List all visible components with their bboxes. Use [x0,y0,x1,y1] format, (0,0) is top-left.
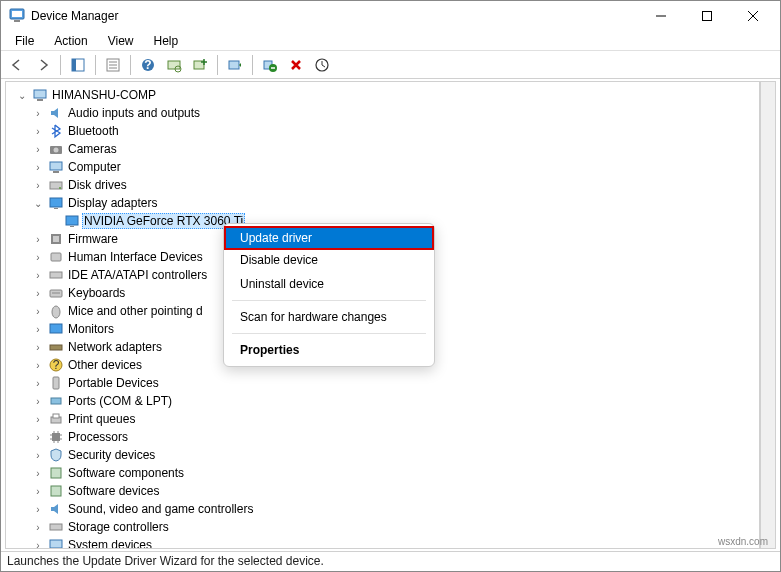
tree-node-ports[interactable]: ›Ports (COM & LPT) [8,392,757,410]
tree-node-audio[interactable]: ›Audio inputs and outputs [8,104,757,122]
expand-icon[interactable]: › [30,357,46,373]
expand-icon[interactable]: › [30,537,46,549]
forward-button[interactable] [31,53,55,77]
svg-rect-36 [51,253,61,261]
tree-root[interactable]: ⌄ HIMANSHU-COMP [8,86,757,104]
tree-node-portable[interactable]: ›Portable Devices [8,374,757,392]
expand-icon[interactable]: › [30,429,46,445]
expand-icon[interactable]: › [30,303,46,319]
menu-properties[interactable]: Properties [224,338,434,362]
menu-view[interactable]: View [100,32,142,50]
svg-rect-42 [50,345,62,350]
menu-update-driver[interactable]: Update driver [224,226,434,250]
portable-icon [48,375,64,391]
tree-node-bluetooth[interactable]: ›Bluetooth [8,122,757,140]
expand-icon[interactable]: › [30,501,46,517]
toolbar-separator [60,55,61,75]
minimize-button[interactable] [638,1,684,31]
tree-root-label: HIMANSHU-COMP [50,88,158,102]
enable-button[interactable] [310,53,334,77]
svg-rect-53 [50,540,62,548]
tree-node-cameras[interactable]: ›Cameras [8,140,757,158]
uninstall-button[interactable] [258,53,282,77]
update-driver-button[interactable] [223,53,247,77]
svg-rect-4 [703,12,712,21]
expand-icon[interactable]: › [30,411,46,427]
tree-node-computer[interactable]: ›Computer [8,158,757,176]
svg-rect-51 [51,486,61,496]
menu-file[interactable]: File [7,32,42,50]
camera-icon [48,141,64,157]
svg-text:?: ? [144,58,151,72]
other-icon: ? [48,357,64,373]
show-hide-console-button[interactable] [66,53,90,77]
svg-rect-18 [229,61,239,69]
display-adapter-icon [64,213,80,229]
expand-icon[interactable]: › [30,249,46,265]
tree-node-processors[interactable]: ›Processors [8,428,757,446]
toolbar: ? [1,51,780,79]
spacer [46,213,62,229]
properties-button[interactable] [101,53,125,77]
expand-icon[interactable]: › [30,321,46,337]
collapse-icon[interactable]: ⌄ [14,87,30,103]
tree-node-security[interactable]: ›Security devices [8,446,757,464]
vertical-scrollbar[interactable] [760,81,776,549]
expand-icon[interactable]: › [30,285,46,301]
svg-rect-33 [70,226,74,227]
menu-scan-hardware[interactable]: Scan for hardware changes [224,305,434,329]
svg-rect-52 [50,524,62,530]
expand-icon[interactable]: › [30,123,46,139]
tree-node-sound[interactable]: ›Sound, video and game controllers [8,500,757,518]
scan-hardware-button[interactable] [162,53,186,77]
expand-icon[interactable]: › [30,393,46,409]
tree-node-softdev[interactable]: ›Software devices [8,482,757,500]
back-button[interactable] [5,53,29,77]
system-icon [48,537,64,549]
network-icon [48,339,64,355]
software-icon [48,483,64,499]
expand-icon[interactable]: › [30,447,46,463]
expand-icon[interactable]: › [30,267,46,283]
tree-node-printq[interactable]: ›Print queues [8,410,757,428]
tree-node-system[interactable]: ›System devices [8,536,757,549]
menu-uninstall-device[interactable]: Uninstall device [224,272,434,296]
svg-rect-31 [54,208,58,209]
svg-rect-32 [66,216,78,225]
expand-icon[interactable]: › [30,159,46,175]
disable-button[interactable] [284,53,308,77]
svg-rect-37 [50,272,62,278]
expand-icon[interactable]: › [30,339,46,355]
help-button[interactable]: ? [136,53,160,77]
storage-icon [48,519,64,535]
menu-bar: File Action View Help [1,31,780,51]
expand-icon[interactable]: › [30,141,46,157]
menu-help[interactable]: Help [146,32,187,50]
close-button[interactable] [730,1,776,31]
tree-node-display[interactable]: ⌄Display adapters [8,194,757,212]
menu-disable-device[interactable]: Disable device [224,248,434,272]
collapse-icon[interactable]: ⌄ [30,195,46,211]
menu-action[interactable]: Action [46,32,95,50]
add-hardware-button[interactable] [188,53,212,77]
security-icon [48,447,64,463]
status-bar: Launches the Update Driver Wizard for th… [1,551,780,571]
expand-icon[interactable]: › [30,105,46,121]
expand-icon[interactable]: › [30,465,46,481]
svg-rect-1 [12,11,22,17]
tree-node-storage[interactable]: ›Storage controllers [8,518,757,536]
expand-icon[interactable]: › [30,177,46,193]
maximize-button[interactable] [684,1,730,31]
expand-icon[interactable]: › [30,483,46,499]
toolbar-separator [130,55,131,75]
svg-text:?: ? [53,358,60,372]
svg-point-25 [54,148,59,153]
svg-rect-49 [52,433,60,441]
expand-icon[interactable]: › [30,519,46,535]
expand-icon[interactable]: › [30,375,46,391]
computer-icon [32,87,48,103]
expand-icon[interactable]: › [30,231,46,247]
tree-node-softcomp[interactable]: ›Software components [8,464,757,482]
mouse-icon [48,303,64,319]
tree-node-disk[interactable]: ›Disk drives [8,176,757,194]
